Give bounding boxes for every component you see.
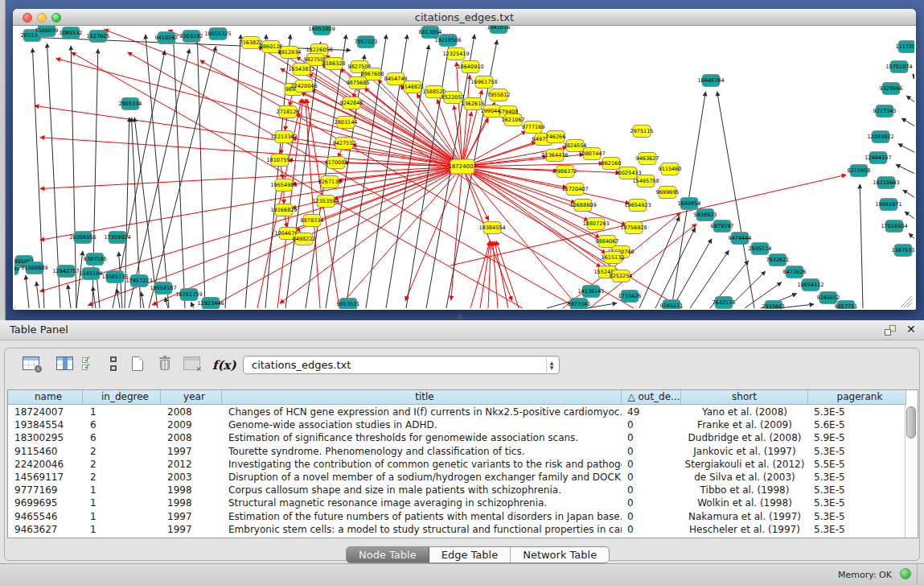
table-cell: Yano et al. (2008): [681, 406, 808, 418]
graph-edge[interactable]: [117, 289, 120, 308]
graph-edge[interactable]: [450, 175, 846, 266]
graph-edge[interactable]: [245, 35, 266, 308]
table-cell: 6: [83, 418, 161, 431]
tab-network-table[interactable]: Network Table: [511, 547, 609, 562]
table-row[interactable]: 1872400712008Changes of HCN gene express…: [8, 406, 906, 418]
graph-edge[interactable]: [26, 275, 29, 308]
table-cell: 9699695: [8, 496, 83, 509]
column-header-name[interactable]: name: [8, 390, 83, 405]
graph-edge[interactable]: [898, 144, 914, 156]
table-row[interactable]: 977716911998Corpus callosum shape and si…: [8, 484, 906, 496]
table-row[interactable]: 2242004622012Investigating the contribut…: [8, 458, 906, 471]
graph-edge[interactable]: [655, 228, 696, 308]
network-view-window[interactable]: citations_edges.txt 18724007716382288601…: [13, 9, 916, 310]
network-canvas[interactable]: 1872400771638228860128891293418226058982…: [14, 26, 914, 309]
table-row[interactable]: 946554611997Estimation of the future num…: [8, 510, 906, 523]
checklist-icon: ✓ ✓: [82, 356, 97, 371]
graph-edge[interactable]: [860, 184, 863, 308]
graph-edge[interactable]: [36, 282, 39, 308]
delete-column-button[interactable]: [159, 356, 170, 371]
graph-node-label: 1527605: [87, 33, 110, 39]
graph-edge[interactable]: [68, 285, 71, 308]
table-cell: 5.3E-5: [808, 471, 906, 484]
close-panel-icon[interactable]: ✕: [906, 323, 916, 336]
graph-edge[interactable]: [906, 96, 914, 108]
graph-edge[interactable]: [197, 35, 205, 308]
graph-node-label: 8215958: [848, 167, 871, 174]
table-mode-button[interactable]: [109, 356, 117, 371]
resize-grip[interactable]: [901, 296, 912, 307]
delete-table-button[interactable]: [183, 356, 200, 370]
graph-edge[interactable]: [909, 233, 914, 245]
create-column-button[interactable]: [132, 356, 143, 371]
panel-splitter-handle[interactable]: [456, 314, 464, 319]
graph-node-label: 2203182: [180, 33, 203, 39]
graph-edge[interactable]: [495, 241, 508, 308]
column-header-title[interactable]: title: [222, 390, 622, 405]
graph-edge[interactable]: [896, 164, 914, 177]
network-graph[interactable]: 1872400771638228860128891293418226058982…: [14, 26, 914, 309]
graph-edge[interactable]: [343, 167, 462, 302]
graph-node-label: 17016504: [881, 223, 907, 229]
table-row[interactable]: 1456911722003Disruption of a novel membe…: [8, 471, 906, 484]
graph-edge[interactable]: [901, 118, 914, 130]
column-header-out_de[interactable]: △ out_de...: [622, 390, 681, 405]
column-header-pagerank[interactable]: pagerank: [808, 390, 906, 405]
table-cell: 1: [83, 406, 161, 418]
graph-edge[interactable]: [92, 286, 96, 308]
graph-edge[interactable]: [191, 303, 194, 309]
graph-node-label: 8522057: [441, 94, 465, 101]
graph-node-label: 19958187: [150, 285, 176, 291]
graph-edge[interactable]: [457, 62, 462, 167]
graph-node-label: 8186328: [322, 60, 346, 67]
graph-node-label: 12444157: [864, 154, 891, 161]
graph-node-label: 17359924: [104, 234, 130, 241]
graph-edge[interactable]: [334, 167, 462, 200]
graph-node-label: 2803144: [335, 119, 358, 126]
graph-edge[interactable]: [146, 35, 169, 308]
graph-edge[interactable]: [903, 190, 914, 202]
table-selector-dropdown[interactable]: citations_edges.txt ▲▼: [243, 356, 560, 374]
graph-node-label: 3824554: [564, 142, 587, 149]
table-row[interactable]: 1938455462009Genome-wide association stu…: [8, 418, 906, 431]
graph-node-label: 1167533: [892, 247, 914, 253]
graph-edge[interactable]: [405, 167, 462, 301]
table-row[interactable]: 911546021997Tourette syndrome. Phenomeno…: [8, 445, 906, 458]
table-row[interactable]: 969969511998Structural magnetic resonanc…: [8, 496, 906, 509]
scrollbar-thumb[interactable]: [906, 406, 916, 439]
function-builder-button[interactable]: f(x): [212, 357, 236, 373]
graph-edge[interactable]: [265, 35, 290, 308]
table-row[interactable]: 946362711997Embryonic stem cells: a mode…: [8, 523, 906, 536]
table-scrollbar[interactable]: [905, 405, 918, 538]
graph-edge[interactable]: [496, 241, 519, 308]
select-columns-button[interactable]: [56, 356, 73, 370]
select-all-rows-button[interactable]: ✓ ✓: [82, 356, 97, 371]
graph-edge[interactable]: [587, 303, 617, 308]
column-header-year[interactable]: year: [161, 390, 222, 405]
graph-edge[interactable]: [717, 92, 754, 308]
table-cell: 2003: [161, 471, 222, 484]
tab-node-table[interactable]: Node Table: [347, 547, 429, 562]
graph-node-label: 15495758: [632, 178, 659, 184]
table-row[interactable]: 1830029562008Estimation of significance …: [8, 431, 906, 444]
graph-edge[interactable]: [905, 212, 914, 224]
graph-node-label: 19654985: [270, 182, 297, 188]
float-panel-icon[interactable]: [885, 325, 896, 336]
graph-edge[interactable]: [76, 251, 83, 308]
table-body: 1872400712008Changes of HCN gene express…: [8, 406, 906, 536]
table-cell: Tibbo et al. (1998): [681, 484, 808, 496]
graph-edge[interactable]: [470, 241, 490, 308]
graph-edge[interactable]: [141, 292, 144, 308]
graph-edge[interactable]: [913, 74, 914, 86]
graph-edge[interactable]: [165, 298, 168, 309]
table-cell: 5.6E-5: [808, 418, 906, 431]
graph-edge[interactable]: [672, 239, 712, 308]
window-titlebar[interactable]: citations_edges.txt: [13, 9, 916, 26]
column-header-short[interactable]: short: [681, 390, 808, 405]
graph-edge[interactable]: [40, 138, 462, 167]
tab-edge-table[interactable]: Edge Table: [429, 547, 511, 562]
graph-node-label: 8267130: [318, 179, 342, 185]
column-header-in_degree[interactable]: in_degree: [83, 390, 161, 405]
table-settings-button[interactable]: [23, 356, 39, 370]
table-cell: 2: [83, 471, 161, 484]
